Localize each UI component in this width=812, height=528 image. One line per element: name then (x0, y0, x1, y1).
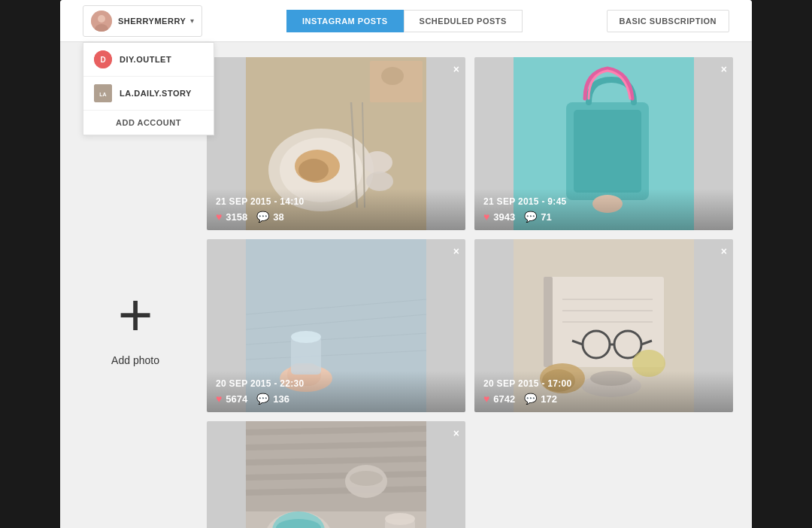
comments-count-3: 136 (273, 393, 289, 405)
add-account-item[interactable]: ADD ACCOUNT (83, 111, 214, 135)
account-avatar (91, 11, 112, 32)
comment-icon-1: 💬 (256, 211, 269, 223)
posts-grid: 21 SEP 2015 - 14:10 ♥ 3158 💬 38 × (207, 57, 733, 528)
svg-line-49 (246, 429, 426, 432)
tab-instagram[interactable]: INSTAGRAM POSTS (286, 10, 404, 32)
post-bg-5 (207, 421, 465, 528)
tab-scheduled[interactable]: SCHEDULED POSTS (404, 10, 523, 32)
comment-icon-3: 💬 (256, 393, 269, 405)
comments-count-2: 71 (541, 211, 551, 223)
la-name: LA.DAILY.STORY (120, 89, 192, 98)
heart-icon-2: ♥ (483, 211, 489, 223)
post-photo-5 (207, 421, 465, 528)
post-date-3: 20 SEP 2015 - 22:30 (216, 378, 456, 389)
post-likes-3: ♥ 5674 (216, 393, 247, 405)
post-likes-1: ♥ 3158 (216, 211, 247, 223)
account-name: SHERRYMERRY (118, 17, 186, 26)
svg-rect-20 (574, 110, 641, 193)
post-info-1: 21 SEP 2015 - 14:10 ♥ 3158 💬 38 (207, 189, 465, 230)
chevron-down-icon: ▾ (190, 17, 194, 25)
post-date-1: 21 SEP 2015 - 14:10 (216, 196, 456, 207)
post-info-4: 20 SEP 2015 - 17:00 ♥ 6742 💬 172 (474, 371, 733, 412)
svg-point-1 (98, 15, 105, 23)
header: SHERRYMERRY ▾ INSTAGRAM POSTS SCHEDULED … (60, 0, 752, 42)
svg-rect-33 (544, 277, 553, 367)
post-likes-2: ♥ 3943 (483, 211, 515, 223)
post-likes-4: ♥ 6742 (483, 393, 515, 405)
close-btn-1[interactable]: × (453, 63, 459, 75)
svg-text:LA: LA (99, 92, 106, 97)
svg-line-53 (246, 489, 426, 493)
post-comments-2: 💬 71 (524, 211, 551, 223)
account-selector[interactable]: SHERRYMERRY ▾ (83, 5, 202, 37)
post-comments-1: 💬 38 (256, 211, 283, 223)
svg-point-30 (291, 331, 321, 343)
comment-icon-2: 💬 (524, 211, 537, 223)
plus-icon: + (118, 285, 153, 345)
post-stats-2: ♥ 3943 💬 71 (483, 211, 724, 223)
svg-point-17 (381, 67, 404, 85)
svg-line-50 (246, 444, 426, 448)
svg-text:D: D (100, 56, 105, 64)
close-btn-3[interactable]: × (453, 245, 459, 257)
likes-count-1: 3158 (226, 211, 247, 223)
post-card-1[interactable]: 21 SEP 2015 - 14:10 ♥ 3158 💬 38 × (207, 57, 465, 230)
comments-count-4: 172 (541, 393, 557, 405)
post-stats-1: ♥ 3158 💬 38 (216, 211, 456, 223)
dropdown-item-diy[interactable]: D DIY.OUTLET (83, 43, 214, 77)
likes-count-2: 3943 (493, 211, 515, 223)
app-window: SHERRYMERRY ▾ INSTAGRAM POSTS SCHEDULED … (60, 0, 752, 528)
diy-name: DIY.OUTLET (120, 55, 171, 64)
svg-point-58 (350, 471, 383, 486)
comments-count-1: 38 (273, 211, 283, 223)
subscription-button[interactable]: BASIC SUBSCRIPTION (607, 10, 729, 32)
account-dropdown: D DIY.OUTLET LA LA.DAILY.STORY ADD ACCOU… (83, 42, 214, 135)
add-photo-label: Add photo (111, 354, 159, 366)
close-btn-5[interactable]: × (453, 427, 459, 439)
close-btn-4[interactable]: × (721, 245, 727, 257)
comment-icon-4: 💬 (524, 393, 537, 405)
post-info-3: 20 SEP 2015 - 22:30 ♥ 5674 💬 136 (207, 371, 465, 412)
post-comments-4: 💬 172 (524, 393, 557, 405)
header-tabs: INSTAGRAM POSTS SCHEDULED POSTS (286, 10, 523, 32)
add-account-label: ADD ACCOUNT (116, 118, 181, 127)
heart-icon-1: ♥ (216, 211, 222, 223)
post-info-2: 21 SEP 2015 - 9:45 ♥ 3943 💬 71 (474, 189, 733, 230)
post-stats-3: ♥ 5674 💬 136 (216, 393, 456, 405)
post-comments-3: 💬 136 (256, 393, 289, 405)
likes-count-4: 6742 (493, 393, 515, 405)
header-left: SHERRYMERRY ▾ (83, 5, 202, 37)
post-card-3[interactable]: 20 SEP 2015 - 22:30 ♥ 5674 💬 136 × (207, 239, 465, 412)
post-date-2: 21 SEP 2015 - 9:45 (483, 196, 724, 207)
svg-line-51 (246, 459, 426, 463)
likes-count-3: 5674 (226, 393, 247, 405)
svg-point-60 (385, 513, 415, 525)
close-btn-2[interactable]: × (721, 63, 727, 75)
diy-avatar: D (94, 50, 112, 68)
svg-point-12 (362, 151, 392, 174)
post-card-2[interactable]: 21 SEP 2015 - 9:45 ♥ 3943 💬 71 × (474, 57, 733, 230)
la-avatar: LA (94, 84, 112, 102)
heart-icon-3: ♥ (216, 393, 222, 405)
dropdown-item-la[interactable]: LA LA.DAILY.STORY (83, 77, 214, 111)
post-stats-4: ♥ 6742 💬 172 (483, 393, 724, 405)
svg-point-11 (298, 159, 329, 181)
post-date-4: 20 SEP 2015 - 17:00 (483, 378, 724, 389)
heart-icon-4: ♥ (483, 393, 489, 405)
post-card-5[interactable]: 20 SEP 2015 - 12:05 ♥ 7069 💬 286 × (207, 421, 465, 528)
post-card-4[interactable]: 20 SEP 2015 - 17:00 ♥ 6742 💬 172 × (474, 239, 733, 412)
svg-line-52 (246, 474, 426, 478)
